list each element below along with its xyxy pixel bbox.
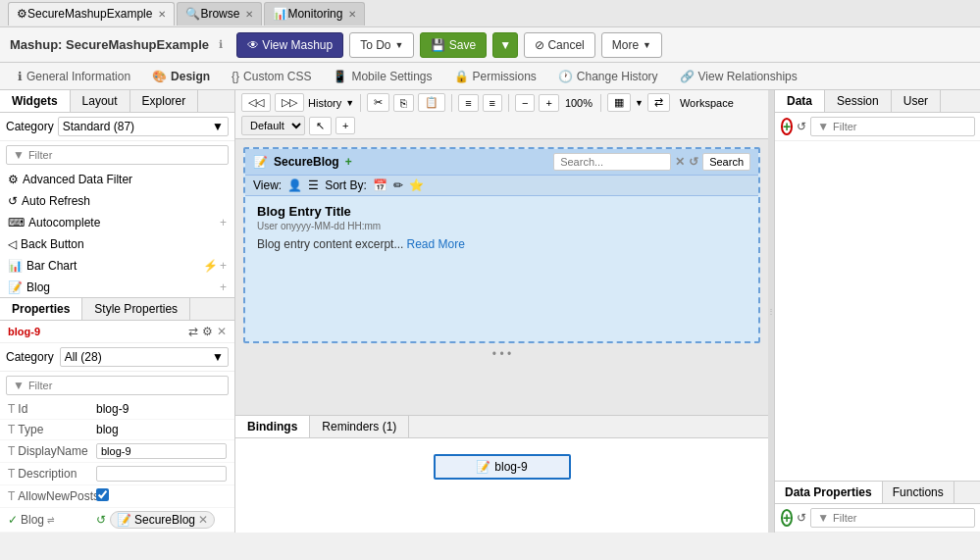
redo-btn[interactable]: ▷▷: [275, 93, 304, 112]
tab-functions[interactable]: Functions: [883, 482, 954, 503]
save-dropdown-button[interactable]: ▼: [492, 32, 518, 58]
info-icon[interactable]: ℹ: [219, 38, 223, 51]
view-mashup-button[interactable]: 👁 View Mashup: [236, 32, 343, 58]
right-data-filter[interactable]: ▼: [810, 117, 975, 136]
workspace-select[interactable]: Default: [241, 116, 305, 135]
nav-permissions[interactable]: 🔒 Permissions: [444, 65, 546, 88]
widget-list: ⚙ Advanced Data Filter ↺ Auto Refresh ⌨ …: [0, 169, 234, 297]
tab-bindings[interactable]: Bindings: [235, 416, 310, 437]
tab-close-browse[interactable]: ✕: [245, 9, 253, 20]
arrange-btn[interactable]: ⇄: [647, 93, 670, 112]
nav-change-history[interactable]: 🕐 Change History: [548, 65, 668, 88]
widget-bar-chart-add-icon[interactable]: +: [220, 259, 227, 273]
widget-filter-input[interactable]: [28, 149, 222, 161]
canvas-search-input[interactable]: [553, 153, 671, 171]
refresh-data-icon[interactable]: ↺: [797, 120, 806, 133]
save-button[interactable]: 💾 Save: [420, 32, 487, 58]
right-data-prop-filter[interactable]: ▼: [810, 508, 975, 528]
zoom-minus-btn[interactable]: −: [515, 94, 535, 112]
search-button[interactable]: Search: [702, 153, 750, 171]
view-icon-1[interactable]: 👤: [287, 178, 302, 192]
tab-widgets[interactable]: Widgets: [0, 90, 71, 112]
more-button[interactable]: More ▼: [601, 32, 662, 58]
tab-monitoring[interactable]: 📊 Monitoring ✕: [264, 2, 365, 25]
widget-blog-add-icon[interactable]: +: [220, 280, 227, 294]
prop-type-icon-allownewposts: T: [8, 489, 15, 503]
sort-icon-1[interactable]: 📅: [373, 178, 387, 192]
tab-layout[interactable]: Layout: [71, 90, 130, 112]
cancel-button[interactable]: ⊘ Cancel: [524, 32, 595, 58]
separator-3: [508, 94, 509, 112]
widget-autocomplete-add-icon[interactable]: +: [220, 216, 227, 229]
settings-icon[interactable]: ⚙: [202, 325, 213, 338]
tab-icon-monitoring: 📊: [273, 7, 287, 21]
align-center-btn[interactable]: ≡: [483, 94, 502, 112]
tab-securemashup[interactable]: ⚙ SecureMashupExample ✕: [8, 2, 175, 25]
nav-general-info[interactable]: ℹ General Information: [8, 65, 140, 88]
properties-filter[interactable]: ▼: [6, 376, 229, 395]
copy-btn[interactable]: ⎘: [393, 94, 414, 112]
tab-session[interactable]: Session: [825, 90, 892, 112]
tab-close-securemashup[interactable]: ✕: [158, 9, 166, 20]
right-filter-input[interactable]: [833, 121, 968, 132]
refresh-data-prop-icon[interactable]: ↺: [797, 511, 806, 525]
history-dropdown-icon[interactable]: ▼: [345, 98, 354, 108]
tab-data-properties[interactable]: Data Properties: [775, 482, 883, 503]
prop-checkbox-allownewposts[interactable]: [96, 488, 109, 501]
cut-btn[interactable]: ✂: [367, 93, 389, 112]
paste-btn[interactable]: 📋: [418, 93, 445, 112]
prop-input-description[interactable]: [96, 466, 227, 482]
nav-mobile-settings[interactable]: 📱 Mobile Settings: [323, 65, 441, 88]
read-more-link[interactable]: Read More: [406, 237, 464, 251]
sort-icon-3[interactable]: ⭐: [409, 178, 424, 192]
widget-filter[interactable]: ▼: [6, 145, 229, 165]
share-icon[interactable]: ⇄: [188, 325, 198, 338]
list-item[interactable]: ◁ Back Button: [0, 233, 234, 255]
refresh-search-icon[interactable]: ↺: [689, 155, 698, 169]
align-left-btn[interactable]: ≡: [458, 94, 478, 112]
tab-label-monitoring: Monitoring: [287, 7, 342, 21]
add-data-prop-button[interactable]: +: [781, 509, 793, 527]
blog-refresh-icon[interactable]: ↺: [96, 513, 106, 527]
list-item[interactable]: ⚙ Advanced Data Filter: [0, 169, 234, 190]
tab-browse[interactable]: 🔍 Browse ✕: [177, 2, 262, 25]
category-select[interactable]: Standard (87) ▼: [58, 117, 229, 136]
delete-icon[interactable]: ✕: [217, 325, 227, 338]
props-category-select[interactable]: All (28) ▼: [60, 347, 229, 367]
binding-node-blog9[interactable]: 📝 blog-9: [434, 454, 571, 480]
zoom-plus-btn[interactable]: +: [539, 94, 558, 112]
clear-search-icon[interactable]: ✕: [675, 155, 685, 169]
list-item[interactable]: ⌨ Autocomplete +: [0, 212, 234, 233]
nav-view-relationships[interactable]: 🔗 View Relationships: [670, 65, 807, 88]
add-data-button[interactable]: +: [781, 118, 793, 135]
right-data-filter-input[interactable]: [833, 512, 968, 524]
properties-filter-input[interactable]: [28, 380, 222, 391]
tab-explorer[interactable]: Explorer: [130, 90, 199, 112]
widget-canvas[interactable]: 📝 SecureBlog + ✕ ↺ Search View: 👤 ☰: [243, 147, 760, 343]
add-widget-content-icon[interactable]: +: [345, 155, 352, 169]
tab-style-properties[interactable]: Style Properties: [82, 298, 190, 320]
editor-area[interactable]: 📝 SecureBlog + ✕ ↺ Search View: 👤 ☰: [235, 139, 768, 415]
plus-icon-data: +: [783, 119, 791, 134]
add-widget-btn[interactable]: +: [335, 117, 355, 134]
blog-tag-remove-icon[interactable]: ✕: [198, 513, 208, 527]
list-item[interactable]: 📊 Bar Chart ⚡ +: [0, 255, 234, 277]
list-item[interactable]: 📝 Blog +: [0, 277, 234, 297]
properties-rows: T Id blog-9 T Type blog T DisplayName: [0, 399, 234, 533]
list-item[interactable]: ↺ Auto Refresh: [0, 190, 234, 212]
nav-design[interactable]: 🎨 Design: [142, 65, 220, 88]
view-icon-2[interactable]: ☰: [308, 178, 319, 192]
sort-icon-2[interactable]: ✏: [393, 178, 403, 192]
pointer-btn[interactable]: ↖: [309, 117, 332, 135]
layout-btn[interactable]: ▦: [607, 93, 631, 112]
todo-button[interactable]: To Do ▼: [349, 32, 414, 58]
tab-properties[interactable]: Properties: [0, 298, 82, 320]
prop-input-displayname[interactable]: [96, 443, 227, 459]
layout-dropdown-icon[interactable]: ▼: [635, 98, 644, 108]
tab-data[interactable]: Data: [775, 90, 825, 112]
tab-close-monitoring[interactable]: ✕: [348, 9, 356, 20]
undo-btn[interactable]: ◁◁: [241, 93, 271, 112]
tab-user[interactable]: User: [892, 90, 941, 112]
nav-custom-css[interactable]: {} Custom CSS: [222, 65, 321, 88]
tab-reminders[interactable]: Reminders (1): [310, 416, 409, 437]
